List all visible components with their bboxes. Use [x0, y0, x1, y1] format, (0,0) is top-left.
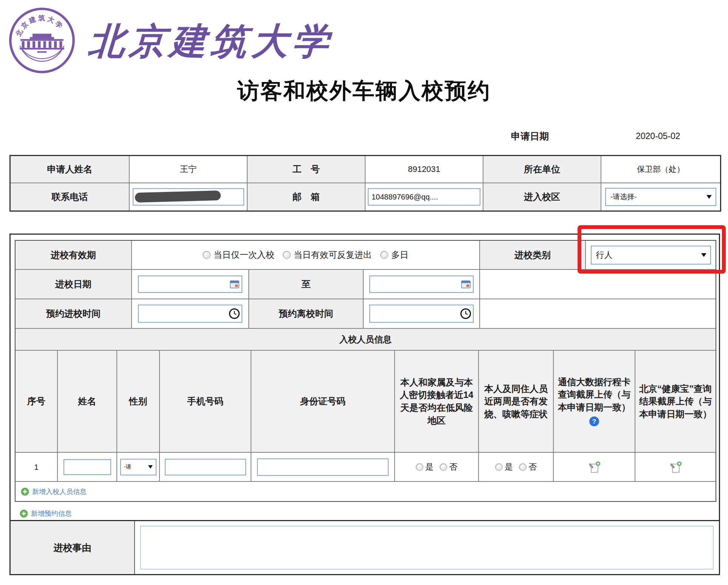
dropdown-arrow-icon	[701, 253, 706, 257]
unit-value: 保卫部（处）	[601, 156, 720, 183]
add-person-link[interactable]: 新增入校人员信息	[21, 487, 87, 496]
date-row: 进校日期 至	[15, 270, 716, 299]
no-label: 否	[528, 461, 537, 473]
clock-icon[interactable]	[229, 308, 240, 319]
low-risk-no[interactable]: 否	[440, 461, 457, 473]
header: 北 京 建 筑 大 学 北京建筑大学	[8, 7, 333, 76]
time-out-input[interactable]	[369, 305, 474, 323]
yes-label: 是	[425, 461, 434, 473]
validity-option-once[interactable]: 当日仅一次入校	[203, 249, 274, 261]
phone-label: 联系电话	[11, 183, 130, 210]
entry-date-end-input[interactable]	[369, 275, 474, 293]
category-select-value: 行人	[596, 249, 613, 261]
time-row: 预约进校时间 预约离校时间	[15, 299, 716, 329]
col-index: 序号	[15, 351, 58, 453]
email-input[interactable]: 1048897696@qq....	[368, 188, 480, 206]
employee-id-label: 工 号	[248, 156, 366, 183]
col-id-number: 身份证号码	[251, 351, 395, 453]
gender-cell: -请	[117, 453, 160, 482]
radio-icon[interactable]	[203, 251, 211, 259]
add-icon	[20, 509, 28, 518]
reservation-box: 进校有效期 当日仅一次入校 当日有效可反复进出 多日 进校类别	[9, 234, 720, 575]
personnel-row: 1 -请	[15, 453, 716, 482]
svg-text:?: ?	[592, 418, 596, 425]
redaction-scribble	[135, 190, 221, 203]
col-travel-card-text: 通信大数据行程卡查询截屏上传（与本申请日期一致）	[557, 376, 632, 414]
add-reservation-label: 新增预约信息	[31, 509, 72, 518]
employee-id-value: 8912031	[366, 156, 483, 183]
entry-date-input[interactable]	[138, 275, 242, 293]
application-date-value: 2020-05-02	[636, 131, 680, 141]
validity-option-multiday[interactable]: 多日	[380, 249, 409, 261]
add-reservation-link[interactable]: 新增预约信息	[20, 509, 72, 518]
validity-row: 进校有效期 当日仅一次入校 当日有效可反复进出 多日 进校类别	[15, 241, 716, 270]
row-index: 1	[15, 453, 58, 482]
to-label: 至	[249, 270, 364, 299]
email-value: 1048897696@qq....	[372, 193, 438, 201]
clock-icon[interactable]	[460, 308, 471, 319]
reason-label: 进校事由	[11, 521, 135, 574]
calendar-icon[interactable]	[230, 280, 239, 288]
col-mobile: 手机号码	[160, 351, 251, 453]
time-in-cell	[132, 299, 249, 329]
upload-icon[interactable]	[587, 460, 601, 474]
help-icon[interactable]: ?	[589, 416, 600, 427]
radio-icon[interactable]	[440, 463, 447, 471]
calendar-icon[interactable]	[461, 280, 471, 288]
gender-select[interactable]: -请	[120, 459, 156, 475]
low-risk-cell: 是 否	[395, 453, 479, 482]
entry-date-label: 进校日期	[15, 270, 132, 299]
validity-option-repeat[interactable]: 当日有效可反复进出	[283, 249, 372, 261]
radio-icon[interactable]	[380, 251, 388, 259]
applicant-table: 申请人姓名 王宁 工 号 8912031 所在单位 保卫部（处） 联系电话 邮 …	[9, 155, 721, 212]
page: 北 京 建 筑 大 学 北京建筑大学 访客和校外车辆入校预约	[0, 0, 728, 585]
campus-select[interactable]: -请选择-	[605, 188, 716, 206]
person-mobile-input[interactable]	[165, 459, 246, 475]
time-in-input[interactable]	[138, 305, 242, 323]
health-kit-upload-cell	[635, 453, 716, 482]
application-date: 申请日期 2020-05-02	[511, 130, 680, 142]
upload-icon[interactable]	[669, 460, 682, 474]
col-name: 姓名	[58, 351, 117, 453]
time-out-label: 预约离校时间	[249, 299, 364, 329]
unit-label: 所在单位	[483, 156, 601, 183]
add-person-label: 新增入校人员信息	[32, 487, 87, 496]
empty-cell	[480, 270, 716, 299]
gender-select-value: -请	[124, 463, 132, 470]
radio-icon[interactable]	[416, 463, 423, 471]
reason-textarea[interactable]	[140, 526, 714, 570]
campus-cell: -请选择-	[601, 183, 720, 210]
add-reservation-row: 新增预约信息	[20, 509, 72, 519]
validity-options: 当日仅一次入校 当日有效可反复进出 多日	[132, 241, 480, 270]
category-label: 进校类别	[480, 241, 586, 270]
col-low-risk: 本人和家属及与本人密切接触者近14天是否均在低风险地区	[395, 351, 479, 453]
validity-option-label: 多日	[391, 249, 409, 261]
person-name-input[interactable]	[64, 459, 111, 475]
dropdown-arrow-icon	[706, 195, 712, 199]
validity-option-label: 当日有效可反复进出	[294, 249, 372, 261]
applicant-name-label: 申请人姓名	[11, 156, 130, 183]
validity-option-label: 当日仅一次入校	[214, 249, 274, 261]
radio-icon[interactable]	[519, 463, 527, 471]
empty-cell	[480, 299, 716, 329]
dropdown-arrow-icon	[148, 465, 153, 469]
reason-body	[135, 521, 719, 574]
application-date-label: 申请日期	[511, 130, 636, 142]
low-risk-yes[interactable]: 是	[416, 461, 434, 473]
reservation-table: 进校有效期 当日仅一次入校 当日有效可反复进出 多日 进校类别	[15, 240, 716, 502]
campus-label: 进入校区	[483, 183, 601, 210]
symptoms-no[interactable]: 否	[519, 461, 537, 473]
radio-icon[interactable]	[283, 251, 291, 259]
person-id-input[interactable]	[257, 458, 389, 476]
phone-cell	[130, 183, 248, 210]
col-gender: 性别	[117, 351, 160, 453]
symptoms-yes[interactable]: 是	[495, 461, 513, 473]
time-out-cell	[364, 299, 480, 329]
reason-row: 进校事由	[11, 520, 719, 574]
phone-input[interactable]	[133, 188, 244, 206]
add-icon	[21, 488, 29, 496]
radio-icon[interactable]	[495, 463, 503, 471]
applicant-name-value: 王宁	[130, 156, 248, 183]
category-select[interactable]: 行人	[591, 246, 711, 265]
applicant-row-1: 申请人姓名 王宁 工 号 8912031 所在单位 保卫部（处）	[11, 156, 720, 183]
